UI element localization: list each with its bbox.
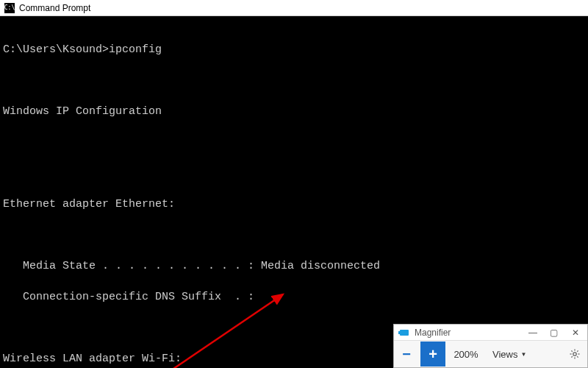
minimize-button[interactable]: — <box>523 325 543 341</box>
svg-rect-2 <box>400 330 409 336</box>
zoom-out-button[interactable]: − <box>394 342 419 367</box>
svg-line-11 <box>577 350 578 351</box>
chevron-down-icon: ▼ <box>520 351 526 358</box>
magnifier-titlebar[interactable]: Magnifier — ▢ ✕ <box>394 325 587 341</box>
command-text: ipconfig <box>109 43 162 56</box>
magnifier-window[interactable]: Magnifier — ▢ ✕ − + 200% Views ▼ <box>393 324 588 368</box>
zoom-in-button[interactable]: + <box>420 342 445 367</box>
terminal-output[interactable]: C:\Users\Ksound>ipconfig Windows IP Conf… <box>0 16 588 368</box>
window-title: Command Prompt <box>19 3 90 13</box>
svg-line-10 <box>577 356 578 357</box>
close-button[interactable]: ✕ <box>564 325 587 341</box>
cmd-icon: C:\ <box>4 3 15 13</box>
svg-rect-3 <box>398 331 401 334</box>
media-state-value: Media disconnected <box>254 260 380 272</box>
svg-point-4 <box>573 353 576 355</box>
restore-button[interactable]: ▢ <box>543 325 564 341</box>
views-label: Views <box>492 349 517 360</box>
magnifier-toolbar: − + 200% Views ▼ <box>394 341 587 367</box>
zoom-level-label: 200% <box>445 349 487 360</box>
gear-icon <box>569 348 581 360</box>
titlebar[interactable]: C:\ Command Prompt <box>0 0 588 16</box>
magnifier-title: Magnifier <box>415 328 523 338</box>
ethernet-adapter-title: Ethernet adapter Ethernet: <box>3 197 585 212</box>
prompt: C:\Users\Ksound> <box>3 43 109 56</box>
command-prompt-window: C:\ Command Prompt C:\Users\Ksound>ipcon… <box>0 0 588 368</box>
section-heading: Windows IP Configuration <box>3 104 585 119</box>
settings-button[interactable] <box>562 342 587 367</box>
magnifier-app-icon <box>398 328 412 338</box>
svg-line-9 <box>571 350 572 351</box>
views-dropdown[interactable]: Views ▼ <box>487 349 532 360</box>
svg-line-12 <box>571 356 572 357</box>
eth-dns-suffix-label: Connection-specific DNS Suffix . : <box>3 291 254 303</box>
media-state-label: Media State . . . . . . . . . . . : <box>3 260 254 272</box>
